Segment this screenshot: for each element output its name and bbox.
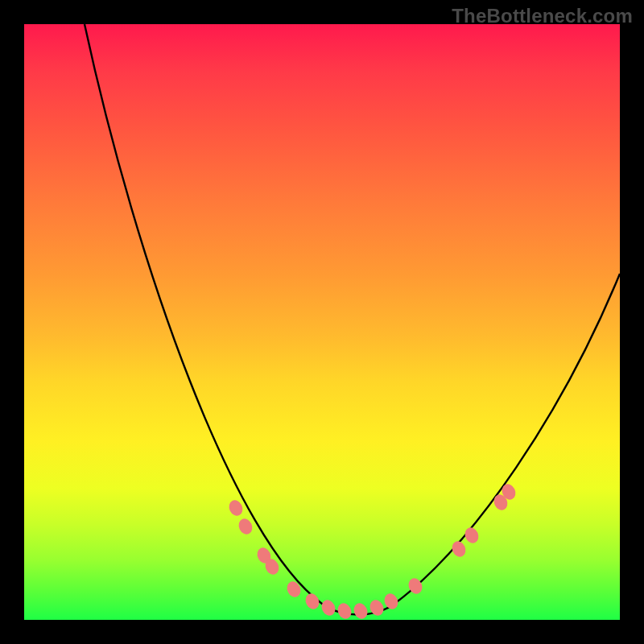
curve-marker: [227, 498, 246, 518]
curve-marker: [303, 592, 322, 612]
curve-marker: [336, 601, 354, 621]
bottleneck-curve: [85, 24, 620, 615]
curve-marker: [368, 598, 386, 618]
curve-marker: [237, 517, 255, 537]
chart-svg: [24, 24, 620, 620]
curve-marker: [463, 526, 481, 546]
curve-marker: [320, 598, 338, 618]
curve-marker: [285, 580, 303, 600]
curve-marker: [352, 601, 370, 621]
curve-marker: [450, 539, 469, 559]
plot-area: [24, 24, 620, 620]
curve-markers: [227, 482, 518, 621]
chart-frame: TheBottleneck.com: [0, 0, 644, 644]
